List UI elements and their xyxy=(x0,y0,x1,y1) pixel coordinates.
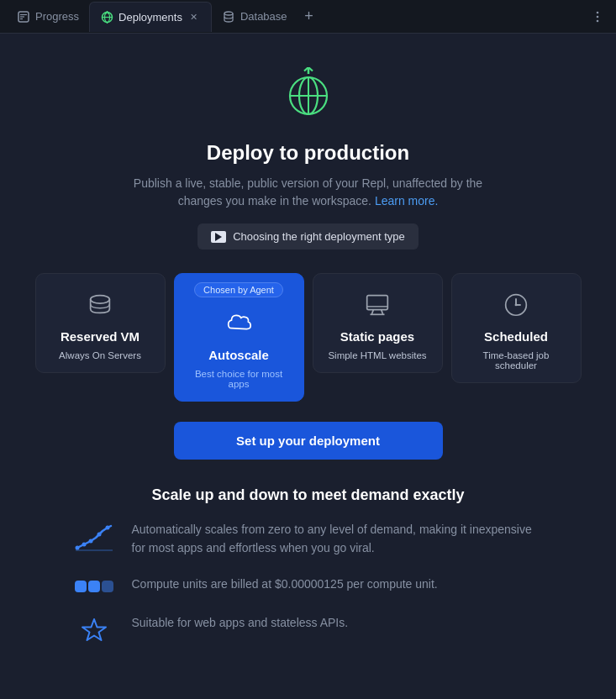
reserved-vm-icon xyxy=(85,289,115,323)
scheduled-subtitle: Time-based job scheduler xyxy=(464,350,569,371)
main-content: Deploy to production Publish a live, sta… xyxy=(0,34,616,675)
tab-database-label: Database xyxy=(240,10,287,23)
deploy-icon xyxy=(280,67,337,128)
svg-point-9 xyxy=(597,15,599,18)
scheduled-title: Scheduled xyxy=(484,329,548,344)
deployment-types-row: Reserved VM Always On Servers Chosen by … xyxy=(35,273,582,402)
svg-rect-17 xyxy=(367,296,388,310)
feature-billing-text: Compute units are billed at $0.00000125 … xyxy=(132,575,438,594)
feature-billing: Compute units are billed at $0.00000125 … xyxy=(73,575,544,596)
svg-point-16 xyxy=(91,296,110,303)
features-list: Automatically scales from zero to any le… xyxy=(73,521,544,649)
svg-marker-35 xyxy=(82,619,106,640)
feature-scaling-text: Automatically scales from zero to any le… xyxy=(132,521,544,557)
svg-point-27 xyxy=(82,543,86,547)
tutorial-label: Choosing the right deployment type xyxy=(233,230,405,243)
svg-point-10 xyxy=(597,19,599,22)
database-icon xyxy=(222,10,235,24)
tab-progress[interactable]: Progress xyxy=(7,2,89,32)
progress-icon xyxy=(17,10,30,24)
svg-point-29 xyxy=(97,533,101,537)
svg-rect-34 xyxy=(102,581,113,592)
card-scheduled[interactable]: Scheduled Time-based job scheduler xyxy=(451,273,582,383)
feature-suitable-text: Suitable for web apps and stateless APIs… xyxy=(132,614,349,633)
tab-bar: Progress Deployments ✕ Database + xyxy=(0,0,616,34)
chosen-badge: Chosen by Agent xyxy=(194,282,283,297)
tab-add-button[interactable]: + xyxy=(297,5,321,29)
autoscale-subtitle: Best choice for most apps xyxy=(187,369,292,389)
svg-point-25 xyxy=(515,304,518,307)
svg-rect-33 xyxy=(88,581,100,592)
learn-more-link[interactable]: Learn more. xyxy=(375,194,438,208)
svg-point-28 xyxy=(88,539,92,544)
scaling-icon xyxy=(73,521,115,553)
svg-point-8 xyxy=(597,11,599,13)
static-pages-subtitle: Simple HTML websites xyxy=(328,350,426,360)
tutorial-button[interactable]: Choosing the right deployment type xyxy=(197,223,419,250)
svg-point-26 xyxy=(75,546,79,550)
deployments-icon xyxy=(100,10,113,24)
deploy-description: Publish a live, stable, public version o… xyxy=(132,175,485,210)
autoscale-icon xyxy=(224,307,254,341)
reserved-vm-title: Reserved VM xyxy=(61,329,140,344)
page-title: Deploy to production xyxy=(207,141,409,165)
play-icon xyxy=(211,231,226,243)
static-pages-icon xyxy=(362,289,392,323)
billing-icon xyxy=(73,575,115,596)
feature-scaling: Automatically scales from zero to any le… xyxy=(73,521,544,557)
svg-rect-32 xyxy=(75,581,87,592)
svg-point-30 xyxy=(105,526,109,530)
setup-deployment-button[interactable]: Set up your deployment xyxy=(174,422,443,460)
tab-deployments[interactable]: Deployments ✕ xyxy=(89,2,212,32)
tab-deployments-close[interactable]: ✕ xyxy=(187,10,201,24)
tab-progress-label: Progress xyxy=(35,10,79,23)
suitable-icon xyxy=(73,614,115,649)
svg-point-7 xyxy=(224,12,233,15)
tab-database[interactable]: Database xyxy=(212,2,297,32)
card-reserved-vm[interactable]: Reserved VM Always On Servers xyxy=(35,273,166,373)
static-pages-title: Static pages xyxy=(340,329,414,344)
feature-suitable: Suitable for web apps and stateless APIs… xyxy=(73,614,544,649)
autoscale-title: Autoscale xyxy=(208,348,269,362)
features-section-title: Scale up and down to meet demand exactly xyxy=(151,486,464,504)
reserved-vm-subtitle: Always On Servers xyxy=(59,350,141,360)
card-static-pages[interactable]: Static pages Simple HTML websites xyxy=(313,273,443,373)
scheduled-icon xyxy=(501,289,531,323)
tab-menu-button[interactable] xyxy=(586,5,609,29)
card-autoscale[interactable]: Chosen by Agent Autoscale Best choice fo… xyxy=(174,273,304,402)
tab-deployments-label: Deployments xyxy=(118,11,182,24)
